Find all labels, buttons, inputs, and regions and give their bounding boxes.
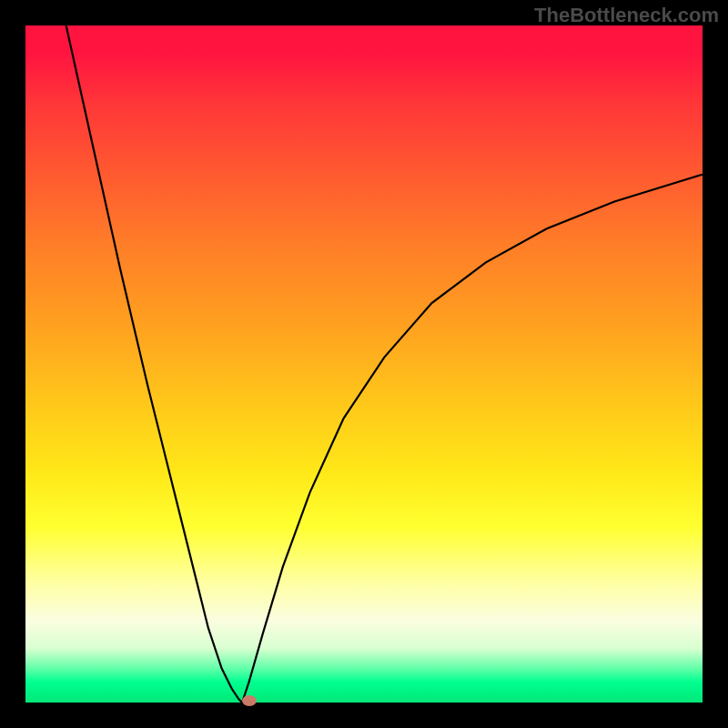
optimal-point-marker (242, 695, 257, 706)
curve-right-branch (242, 175, 703, 703)
watermark-text: TheBottleneck.com (534, 4, 719, 27)
curve-left-branch (66, 25, 242, 703)
chart-plot-area (25, 25, 703, 703)
bottleneck-curve (25, 25, 703, 703)
